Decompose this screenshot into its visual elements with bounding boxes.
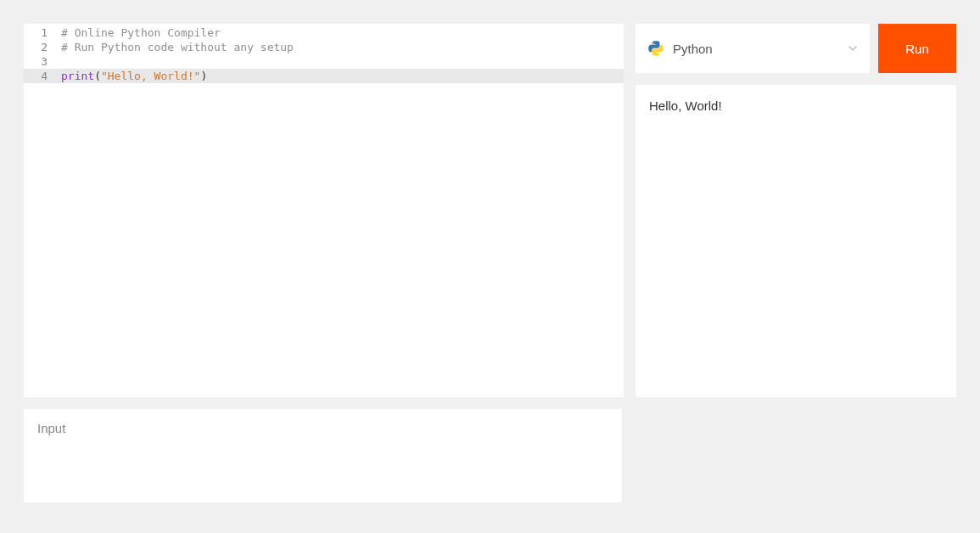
- line-number: 1: [24, 25, 56, 40]
- line-number: 3: [24, 54, 56, 69]
- language-name: Python: [673, 42, 848, 56]
- code-editor[interactable]: 1234 # Online Python Compiler# Run Pytho…: [24, 24, 624, 397]
- run-button-label: Run: [905, 42, 929, 56]
- code-line[interactable]: # Run Python code without any setup: [56, 40, 624, 54]
- output-text: Hello, World!: [649, 98, 943, 113]
- code-line[interactable]: # Online Python Compiler: [56, 25, 624, 40]
- output-panel: Hello, World!: [636, 85, 956, 397]
- line-number: 4: [24, 69, 56, 83]
- code-line[interactable]: [56, 54, 624, 69]
- python-icon: [647, 40, 664, 57]
- code-area[interactable]: # Online Python Compiler# Run Python cod…: [56, 24, 624, 397]
- input-panel[interactable]: Input: [24, 409, 622, 502]
- line-number: 2: [24, 40, 56, 54]
- code-line[interactable]: print("Hello, World!"): [56, 69, 624, 83]
- input-label: Input: [37, 421, 608, 435]
- language-select[interactable]: Python: [636, 24, 870, 73]
- run-button[interactable]: Run: [878, 24, 956, 73]
- chevron-down-icon: [848, 42, 858, 56]
- line-number-gutter: 1234: [24, 24, 56, 397]
